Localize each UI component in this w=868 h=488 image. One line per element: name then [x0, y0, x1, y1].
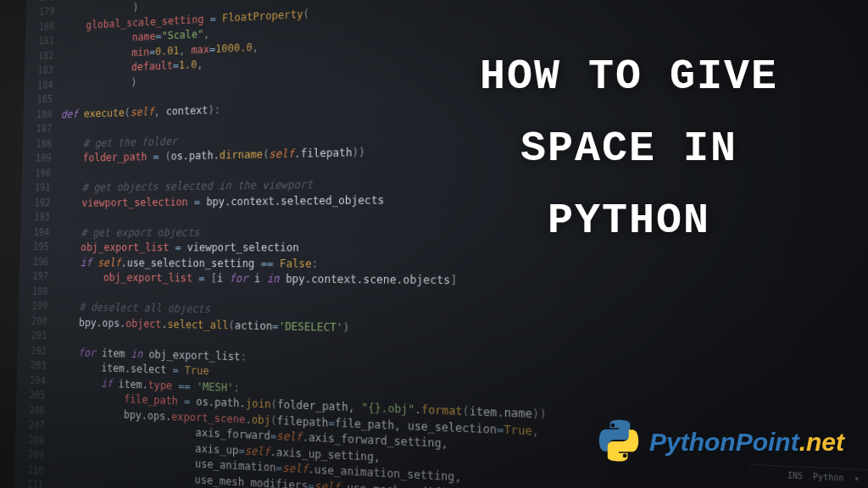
line-number: 208 [15, 432, 45, 448]
line-number: 181 [25, 34, 54, 50]
line-number: 199 [19, 299, 47, 314]
brand-text-main: PythonPoint [649, 428, 799, 456]
brand-text: PythonPoint.net [649, 428, 844, 457]
line-number: 180 [25, 19, 54, 35]
line-number: 203 [17, 358, 47, 374]
line-number: 209 [14, 447, 44, 463]
line-number: 183 [25, 63, 53, 79]
line-number: 182 [25, 48, 53, 64]
line-number: 200 [18, 313, 47, 329]
brand-text-suffix: .net [799, 428, 844, 456]
line-number: 204 [17, 373, 47, 389]
python-logo-icon [597, 419, 641, 466]
line-number: 189 [22, 151, 51, 166]
status-ins: INS [787, 471, 803, 481]
headline-text: HOW TO GIVE SPACE IN PYTHON [442, 41, 815, 257]
line-number: 188 [23, 136, 52, 152]
line-number: 195 [20, 240, 49, 254]
line-number: 202 [18, 343, 47, 358]
line-number: 210 [14, 462, 44, 478]
line-number: 185 [24, 92, 53, 108]
line-number: 198 [19, 284, 47, 299]
line-number: 187 [23, 122, 52, 137]
chevron-down-icon: ▾ [854, 474, 860, 483]
line-number: 194 [20, 225, 49, 241]
line-number: 179 [26, 4, 55, 20]
line-number: 197 [19, 269, 48, 285]
line-number: 190 [22, 166, 51, 181]
line-number: 207 [15, 417, 45, 433]
line-number: 192 [21, 196, 50, 211]
line-number: 184 [24, 78, 53, 94]
brand-logo: PythonPoint.net [597, 419, 844, 466]
line-number: 201 [18, 328, 47, 343]
line-number: 193 [20, 210, 49, 225]
line-number: 211 [14, 477, 44, 488]
line-number: 191 [21, 180, 50, 196]
line-number: 206 [16, 402, 46, 419]
line-number: 186 [24, 107, 53, 122]
line-number: 205 [16, 387, 46, 403]
line-number: 196 [19, 254, 48, 269]
status-lang: Python [813, 472, 843, 483]
